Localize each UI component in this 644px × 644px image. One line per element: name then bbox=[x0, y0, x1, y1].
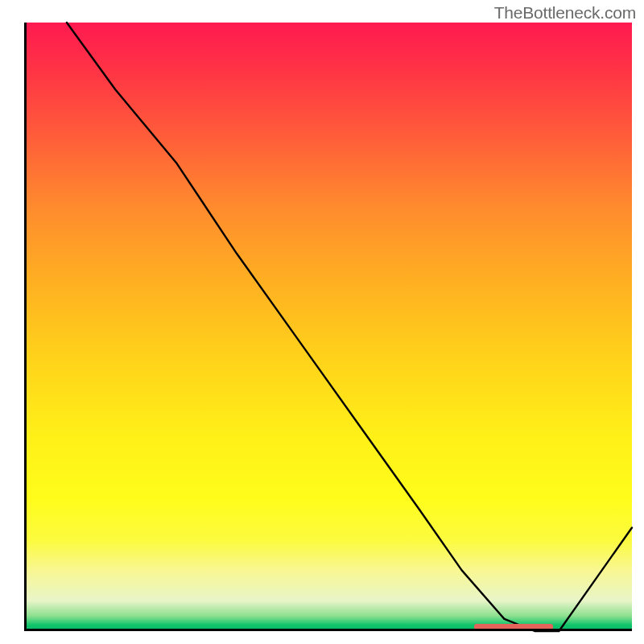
x-axis bbox=[24, 629, 632, 631]
bottleneck-curve bbox=[24, 23, 632, 631]
chart-area bbox=[24, 23, 632, 631]
y-axis bbox=[24, 23, 27, 631]
watermark-text: TheBottleneck.com bbox=[494, 3, 636, 23]
